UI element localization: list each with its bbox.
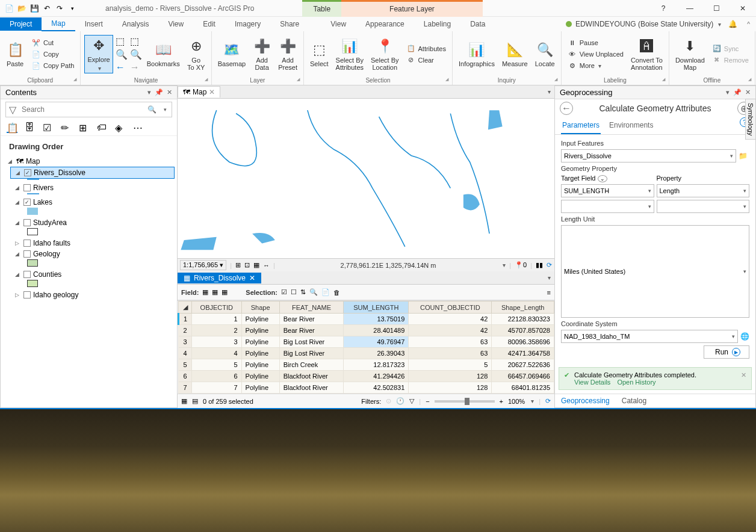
- delete-field-icon[interactable]: ▦: [222, 288, 228, 296]
- switch-selection-icon[interactable]: ⇅: [300, 288, 306, 296]
- tab-analysis[interactable]: Analysis: [113, 17, 159, 31]
- row-header-corner[interactable]: ◢: [179, 302, 192, 314]
- layer-checkbox[interactable]: [23, 271, 31, 278]
- search-options-icon[interactable]: ▾: [158, 107, 172, 113]
- layer-checkbox[interactable]: [23, 184, 31, 191]
- view-options-icon[interactable]: ▾: [548, 274, 554, 281]
- table-row[interactable]: 66PolylineBlackfoot River41.294426128664…: [179, 371, 554, 382]
- attribute-table[interactable]: ◢ OBJECTID Shape FEAT_NAME SUM_LENGTH CO…: [178, 301, 554, 394]
- close-pane-icon[interactable]: ✕: [167, 88, 172, 96]
- copy-button[interactable]: 📄Copy: [29, 49, 76, 60]
- tab-labeling[interactable]: Labeling: [414, 17, 460, 31]
- table-row[interactable]: 11PolylineBear River13.750194222128.8303…: [179, 314, 554, 325]
- status-icon[interactable]: ⊞: [235, 261, 241, 269]
- tab-edit[interactable]: Edit: [193, 17, 225, 31]
- search-icon[interactable]: 🔍: [145, 105, 158, 114]
- list-more-icon[interactable]: ⋯: [133, 122, 144, 133]
- tab-project[interactable]: Project: [0, 17, 42, 31]
- browse-icon[interactable]: 📁: [739, 152, 749, 160]
- add-preset-button[interactable]: ➕Add Preset: [276, 36, 300, 72]
- open-history-link[interactable]: Open History: [617, 379, 655, 386]
- list-editing-icon[interactable]: ✏: [61, 122, 72, 133]
- autohide-icon[interactable]: ▾: [726, 88, 730, 96]
- attribute-table-tab[interactable]: ▦ Rivers_Dissolve ✕: [178, 273, 261, 283]
- property-select-2[interactable]: ▾: [657, 200, 750, 213]
- clear-button[interactable]: ⊘Clear: [404, 55, 448, 66]
- qat-new-project-icon[interactable]: 📄: [4, 3, 14, 14]
- tab-share[interactable]: Share: [270, 17, 309, 31]
- cut-button[interactable]: ✂️Cut: [29, 37, 76, 48]
- length-unit-select[interactable]: Miles (United States)▾: [561, 225, 749, 318]
- toc-map[interactable]: ◢🗺Map: [3, 156, 175, 167]
- convert-annotation-button[interactable]: 🅰Convert To Annotation: [628, 36, 665, 72]
- list-labeling-icon[interactable]: 🏷: [97, 122, 108, 133]
- view-options-icon[interactable]: ▾: [548, 88, 554, 95]
- goto-xy-button[interactable]: ⊕Go To XY: [185, 36, 208, 72]
- close-tab-icon[interactable]: ✕: [209, 88, 215, 96]
- bottom-tab-geoprocessing[interactable]: Geoprocessing: [555, 394, 616, 407]
- select-button[interactable]: ⬚Select: [308, 40, 331, 69]
- qat-customize-icon[interactable]: ▾: [67, 3, 78, 14]
- col-feat-name[interactable]: FEAT_NAME: [279, 302, 344, 314]
- globe-icon[interactable]: 🌐: [740, 332, 749, 341]
- full-extent-icon[interactable]: ⬚: [116, 36, 128, 47]
- layer-checkbox[interactable]: [23, 250, 31, 258]
- show-selected-icon[interactable]: ▤: [192, 397, 198, 405]
- list-snapping-icon[interactable]: ⊞: [79, 122, 90, 133]
- download-map-button[interactable]: ⬇Download Map: [673, 36, 707, 72]
- notifications-icon[interactable]: 🔔: [728, 20, 737, 28]
- help-button[interactable]: ?: [650, 0, 677, 17]
- toc-geology[interactable]: ◢Geology: [10, 249, 175, 259]
- view-unplaced-button[interactable]: 👁View Unplaced: [565, 49, 626, 60]
- locate-button[interactable]: 🔍Locate: [533, 40, 557, 69]
- toc-idaho-geology[interactable]: ▷Idaho geology: [10, 289, 175, 300]
- list-selection-icon[interactable]: ☑: [43, 122, 54, 133]
- table-row[interactable]: 33PolylineBig Lost River49.769476380096.…: [179, 336, 554, 348]
- list-source-icon[interactable]: 🗄: [25, 122, 36, 133]
- zoom-out-icon[interactable]: −: [426, 398, 429, 405]
- copy-path-button[interactable]: 📄Copy Path: [29, 60, 76, 71]
- copy-selection-icon[interactable]: 📄: [321, 288, 330, 296]
- tab-insert[interactable]: Insert: [75, 17, 113, 31]
- next-extent-icon[interactable]: →: [130, 62, 142, 73]
- filter-extent-icon[interactable]: ⊙: [386, 397, 391, 405]
- chevron-down-icon[interactable]: ▾: [718, 21, 721, 28]
- col-shape-length[interactable]: Shape_Length: [492, 302, 554, 314]
- toc-studyarea[interactable]: ◢StudyArea: [10, 217, 175, 228]
- layer-checkbox[interactable]: [23, 199, 31, 206]
- input-features-field[interactable]: Rivers_Dissolve▾: [561, 149, 736, 162]
- tab-map[interactable]: Map: [42, 17, 75, 31]
- remove-button[interactable]: ✖Remove: [710, 55, 751, 66]
- layer-checkbox[interactable]: [23, 219, 31, 226]
- close-button[interactable]: ✕: [730, 0, 756, 17]
- delete-selection-icon[interactable]: 🗑: [333, 289, 340, 296]
- paste-button[interactable]: 📋Paste: [4, 40, 26, 69]
- toc-rivers-dissolve[interactable]: ◢Rivers_Dissolve: [10, 167, 175, 179]
- calculate-field-icon[interactable]: ▦: [212, 288, 218, 296]
- basemap-button[interactable]: 🗺️Basemap: [215, 40, 248, 69]
- table-menu-icon[interactable]: ≡: [547, 289, 551, 296]
- close-pane-icon[interactable]: ✕: [745, 88, 751, 96]
- status-icon[interactable]: ▦: [253, 261, 259, 269]
- clear-selection-icon[interactable]: ☐: [291, 288, 297, 296]
- qat-save-icon[interactable]: 💾: [29, 3, 40, 14]
- target-field-select[interactable]: SUM_LENGTH▾: [561, 184, 654, 197]
- infographics-button[interactable]: 📊Infographics: [456, 40, 497, 69]
- run-button[interactable]: Run▶: [704, 345, 749, 359]
- tab-appearance[interactable]: Appearance: [356, 17, 414, 31]
- status-icon[interactable]: ↔: [263, 262, 270, 269]
- back-button[interactable]: ←: [560, 102, 573, 115]
- property-select[interactable]: Length▾: [657, 184, 750, 197]
- table-row[interactable]: 77PolylineBlackfoot River42.502831128684…: [179, 382, 554, 394]
- maximize-button[interactable]: ☐: [703, 0, 730, 17]
- selection-chip-icon[interactable]: 📍0: [515, 261, 527, 269]
- close-tab-icon[interactable]: ✕: [249, 274, 255, 282]
- tab-view[interactable]: View: [158, 17, 193, 31]
- toc-idaho-faults[interactable]: ▷Idaho faults: [10, 238, 175, 249]
- dismiss-message-icon[interactable]: ✕: [741, 371, 746, 379]
- col-count-objectid[interactable]: COUNT_OBJECTID: [409, 302, 492, 314]
- filter-icon[interactable]: ▽: [6, 104, 19, 116]
- qat-open-icon[interactable]: 📂: [16, 3, 27, 14]
- prev-extent-icon[interactable]: ←: [116, 62, 128, 73]
- map-canvas[interactable]: [178, 99, 554, 258]
